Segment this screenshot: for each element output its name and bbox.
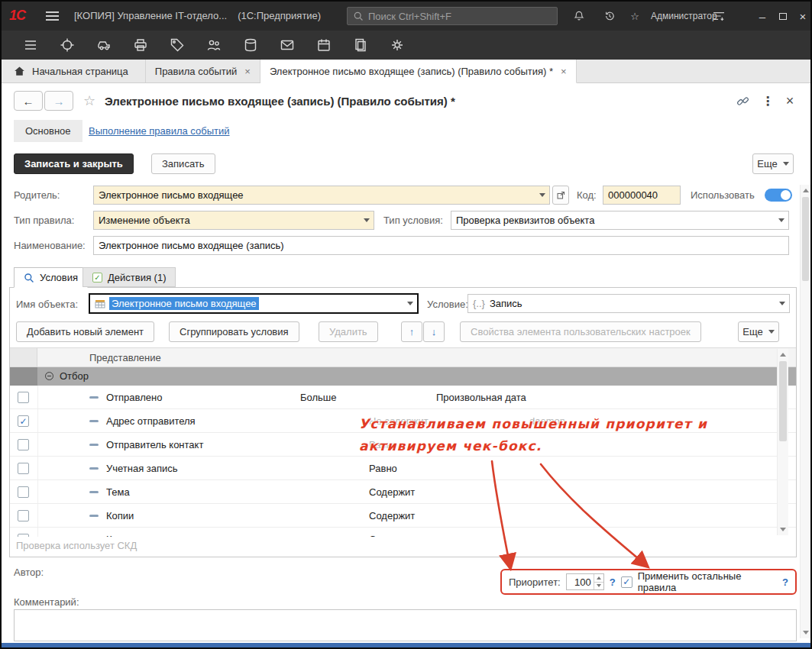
minimize-button[interactable]: –	[753, 8, 772, 24]
delete-button[interactable]: Удалить	[319, 321, 378, 342]
object-name-select[interactable]: Электронное письмо входящее	[89, 293, 419, 314]
printer-icon[interactable]	[122, 31, 159, 60]
filter-row[interactable]: Учетная запись Равно	[10, 457, 796, 480]
group-conditions-button[interactable]: Сгруппировать условия	[169, 321, 299, 342]
tab-event-rules[interactable]: Правила событий ×	[146, 60, 260, 82]
forward-button[interactable]: →	[44, 91, 73, 111]
users-icon[interactable]	[196, 31, 232, 60]
status-strip	[2, 643, 810, 647]
current-user[interactable]: Администратор	[651, 11, 717, 21]
use-toggle[interactable]	[765, 189, 792, 202]
documents-icon[interactable]	[342, 31, 379, 60]
nav-item-main[interactable]: Основное	[14, 120, 82, 142]
row-checkbox[interactable]	[18, 463, 29, 474]
tab-close-icon[interactable]: ×	[244, 66, 251, 77]
row-checkbox[interactable]	[18, 392, 29, 403]
settings-gear-icon[interactable]	[379, 31, 416, 60]
favorites-star-icon[interactable]: ☆	[626, 8, 643, 24]
apply-rules-help-link[interactable]: ?	[782, 576, 788, 588]
mail-icon[interactable]	[269, 31, 306, 60]
favorite-star-icon[interactable]: ☆	[83, 92, 95, 109]
target-navigation-icon[interactable]	[49, 31, 86, 60]
main-menu-icon[interactable]	[46, 11, 59, 21]
name-field[interactable]: Электронное письмо входящее (запись)	[93, 236, 789, 255]
rule-type-dropdown-icon[interactable]	[360, 211, 374, 229]
filter-row[interactable]: Кому Содержит	[10, 528, 796, 537]
object-name-dropdown-icon[interactable]	[403, 295, 417, 312]
scrollbar-thumb[interactable]	[779, 361, 787, 441]
maximize-button[interactable]	[774, 8, 792, 24]
get-link-icon[interactable]	[734, 92, 751, 109]
filter-item-icon	[89, 515, 99, 517]
scroll-down-icon[interactable]	[778, 524, 788, 535]
tab-conditions[interactable]: Условия	[14, 267, 88, 288]
checkbox-column-header	[10, 348, 37, 366]
row-checkbox[interactable]	[18, 510, 29, 521]
vehicle-icon[interactable]	[86, 31, 122, 60]
filter-group-row[interactable]: Отбор	[10, 367, 796, 386]
move-up-button[interactable]: ↑	[401, 321, 422, 342]
form-scrollbar[interactable]	[800, 185, 810, 638]
database-icon[interactable]	[232, 31, 269, 60]
scrollbar-thumb[interactable]	[802, 197, 809, 281]
search-input[interactable]: Поиск Ctrl+Shift+F	[347, 7, 558, 25]
tab-incoming-email-rule[interactable]: Электронное письмо входящее (запись) (Пр…	[260, 60, 577, 83]
arrow-up-icon: ↑	[409, 326, 415, 337]
tab-home[interactable]: Начальная страница	[2, 60, 146, 82]
tab-actions[interactable]: ✓ Действия (1)	[82, 267, 176, 287]
condition-type-dropdown-icon[interactable]	[775, 211, 788, 229]
scroll-up-icon[interactable]	[778, 349, 788, 360]
priority-stepper[interactable]	[566, 573, 604, 590]
more-button[interactable]: Еще	[752, 153, 794, 174]
apply-rules-label: Применить остальные правила	[638, 570, 777, 593]
save-and-close-button[interactable]: Записать и закрыть	[14, 153, 134, 174]
filter-row[interactable]: Отправлено Больше Произвольная дата	[10, 386, 796, 409]
collapse-group-icon[interactable]	[45, 372, 53, 380]
parent-field[interactable]: Электронное письмо входящее	[93, 186, 550, 205]
row-checkbox[interactable]: ✓	[18, 415, 29, 427]
parent-open-button[interactable]	[552, 186, 569, 205]
spinner-icons[interactable]	[594, 574, 603, 589]
open-windows-tabbar: Начальная страница Правила событий × Эле…	[2, 60, 810, 83]
apply-rules-checkbox[interactable]: ✓	[621, 576, 632, 588]
nav-link-rule-execution[interactable]: Выполнение правила событий	[89, 125, 230, 137]
history-icon[interactable]	[601, 8, 618, 24]
filter-row[interactable]: Тема Содержит	[10, 480, 796, 504]
scroll-down-icon[interactable]	[801, 627, 810, 638]
interface-mode-icon[interactable]	[710, 8, 727, 24]
parent-dropdown-icon[interactable]	[535, 186, 549, 204]
price-tag-icon[interactable]	[159, 31, 196, 60]
comment-field[interactable]	[14, 609, 797, 641]
priority-help-link[interactable]: ?	[610, 576, 616, 588]
row-checkbox[interactable]	[18, 486, 29, 498]
scroll-up-icon[interactable]	[801, 185, 810, 196]
row-checkbox[interactable]	[18, 439, 29, 450]
table-scrollbar[interactable]	[777, 349, 788, 535]
add-element-button[interactable]: Добавить новый элемент	[16, 321, 154, 342]
condition-type-select[interactable]: Проверка реквизитов объекта	[451, 211, 789, 230]
filter-field: Отправлено	[106, 386, 162, 409]
1c-logo-icon: 1С	[9, 8, 25, 24]
close-window-button[interactable]: ×	[794, 8, 812, 24]
tab-close-icon[interactable]: ×	[561, 66, 567, 77]
filter-table-header: Представление	[10, 347, 796, 367]
code-label: Код:	[577, 189, 597, 201]
notifications-bell-icon[interactable]	[571, 8, 587, 24]
condition-select[interactable]: {..} Запись	[467, 294, 790, 313]
back-button[interactable]: ←	[14, 91, 43, 111]
move-down-button[interactable]: ↓	[423, 321, 445, 342]
user-settings-properties-button[interactable]: Свойства элемента пользовательских настр…	[460, 321, 701, 342]
filter-row[interactable]: Копии Содержит	[10, 504, 796, 528]
rule-type-label: Тип правила:	[14, 215, 74, 226]
priority-highlight-box: Приоритет: ? ✓ Применить остальные прави…	[500, 569, 797, 595]
calendar-icon[interactable]	[306, 31, 342, 60]
list-more-button[interactable]: Еще	[738, 321, 779, 342]
save-button[interactable]: Записать	[151, 153, 215, 174]
close-form-icon[interactable]: ×	[781, 92, 798, 109]
more-actions-kebab-icon[interactable]: ⋮	[759, 92, 776, 109]
code-field[interactable]: 000000040	[603, 186, 681, 205]
rule-type-select[interactable]: Изменение объекта	[93, 211, 374, 230]
condition-dropdown-icon[interactable]	[775, 295, 789, 312]
row-checkbox[interactable]	[18, 534, 29, 537]
desktop-menu-icon[interactable]	[12, 31, 49, 60]
